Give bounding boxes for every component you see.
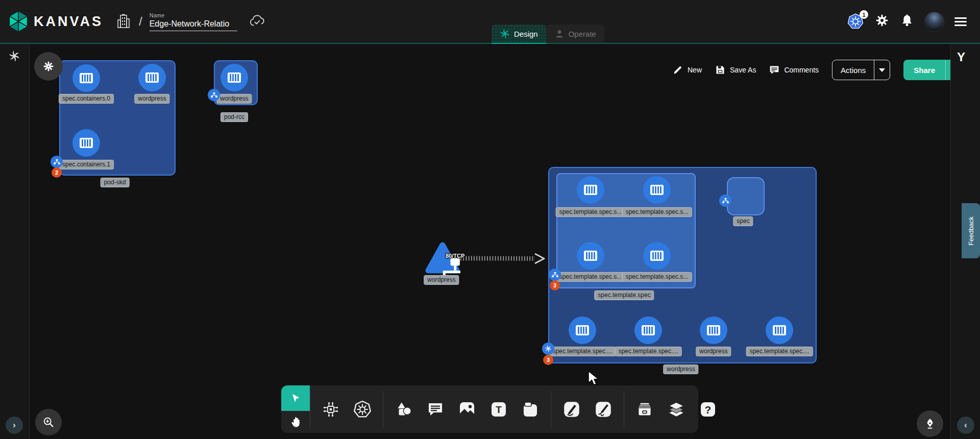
node-spec[interactable] xyxy=(727,177,765,215)
container-icon xyxy=(228,72,241,83)
node-label: spec.template.spec.s... xyxy=(556,272,626,282)
kanvas-logo-icon xyxy=(8,10,29,33)
tool-archive[interactable] xyxy=(635,400,654,419)
feedback-tab[interactable]: Feedback xyxy=(962,203,980,258)
node-deployment-container-0[interactable] xyxy=(569,316,596,344)
container-icon xyxy=(80,138,93,148)
edge-port-label: 80/TCP xyxy=(446,253,464,259)
tool-pan[interactable] xyxy=(281,411,310,433)
node-label: wordpress xyxy=(696,347,731,356)
node-template-container-3[interactable] xyxy=(643,242,671,270)
node-label: spec.containers.1 xyxy=(59,160,114,169)
chip-icon xyxy=(322,400,340,419)
layers-icon xyxy=(667,400,686,419)
node-template-container-2[interactable] xyxy=(577,242,604,270)
tool-freehand-draw[interactable] xyxy=(594,400,613,419)
tool-note[interactable] xyxy=(521,400,540,419)
new-button[interactable]: New xyxy=(673,65,702,75)
user-avatar[interactable] xyxy=(924,12,944,32)
svg-text:?: ? xyxy=(705,404,712,416)
template-relationship-badge[interactable] xyxy=(549,269,561,281)
zoom-button[interactable] xyxy=(35,409,62,435)
spec-relationship-badge[interactable] xyxy=(719,194,731,207)
comments-button[interactable]: Comments xyxy=(769,65,819,75)
tool-image[interactable] xyxy=(457,400,477,419)
node-spec-containers-0[interactable] xyxy=(72,64,100,92)
container-icon xyxy=(773,325,786,335)
tool-components[interactable] xyxy=(321,400,340,419)
template-issue-count-badge[interactable]: 3 xyxy=(550,280,560,290)
note-icon xyxy=(521,400,540,419)
actions-label: Actions xyxy=(832,66,874,75)
pod-relationship-badge[interactable] xyxy=(208,89,220,101)
tool-shapes[interactable] xyxy=(394,400,413,419)
tab-operate[interactable]: Operate xyxy=(546,25,604,44)
container-icon xyxy=(650,251,664,261)
node-deployment-container-3[interactable] xyxy=(766,316,793,344)
meshery-swirl-icon[interactable] xyxy=(9,51,20,62)
node-label: spec.template.spec.s... xyxy=(622,272,692,282)
canvas-settings-button[interactable] xyxy=(34,52,63,81)
node-deployment-container-2[interactable] xyxy=(700,316,727,344)
tool-comment[interactable] xyxy=(426,400,445,419)
node-wordpress-rcc[interactable] xyxy=(220,64,248,91)
node-label: spec xyxy=(733,216,753,226)
deployment-relationship-badge[interactable] xyxy=(542,343,554,355)
y-dock-handle-icon[interactable]: Y xyxy=(957,50,965,64)
tool-layers[interactable] xyxy=(667,400,686,419)
pen-line-icon xyxy=(562,400,581,419)
image-icon xyxy=(458,400,476,419)
asterisk-gear-icon xyxy=(42,60,55,73)
service-node-wordpress[interactable] xyxy=(425,241,460,277)
actions-split-button[interactable]: Actions xyxy=(832,60,890,80)
share-label: Share xyxy=(903,66,945,75)
node-spec-containers-1[interactable] xyxy=(72,129,100,157)
hamburger-menu-icon[interactable] xyxy=(954,17,967,26)
container-icon xyxy=(707,325,720,335)
kanvas-logo[interactable]: KANVAS xyxy=(8,10,103,33)
name-label: Name xyxy=(150,12,237,18)
node-deployment-container-1[interactable] xyxy=(634,316,662,344)
new-label: New xyxy=(688,66,702,74)
container-icon xyxy=(584,185,597,195)
shapes-icon xyxy=(394,400,413,419)
node-label: spec.template.spec.s... xyxy=(556,207,626,217)
validate-pen-button[interactable] xyxy=(917,410,943,437)
tool-text[interactable]: T xyxy=(489,400,508,419)
save-as-button[interactable]: Save As xyxy=(715,65,756,75)
toolbar-group-manage: ? xyxy=(624,400,728,419)
node-template-container-0[interactable] xyxy=(577,176,604,204)
magnifier-plus-icon xyxy=(42,416,55,429)
container-icon xyxy=(576,325,589,335)
tool-help[interactable]: ? xyxy=(698,400,718,419)
design-name-block: Name Edge-Network-Relatio xyxy=(150,12,237,31)
expand-right-panel-button[interactable]: ‹ xyxy=(957,417,974,434)
service-label: wordpress xyxy=(424,275,459,285)
design-name-input[interactable]: Edge-Network-Relatio xyxy=(150,19,237,31)
node-label: spec.template.spec.s... xyxy=(622,207,692,217)
select-pan-cell xyxy=(281,385,310,433)
tab-design[interactable]: Design xyxy=(492,25,546,44)
tool-select[interactable] xyxy=(281,385,310,411)
settings-gear-icon[interactable] xyxy=(874,13,890,30)
pod-issue-count-badge[interactable]: 2 xyxy=(52,167,62,178)
kubernetes-context-button[interactable]: 1 xyxy=(847,13,864,30)
tool-draw-line[interactable] xyxy=(562,400,581,419)
node-wordpress-container[interactable] xyxy=(138,64,166,91)
tool-kubernetes[interactable] xyxy=(353,400,372,419)
organization-icon[interactable] xyxy=(116,14,131,29)
actions-dropdown-caret[interactable] xyxy=(874,60,890,80)
save-icon xyxy=(715,65,725,75)
kubernetes-wheel-icon xyxy=(353,400,372,419)
logo-text: KANVAS xyxy=(34,14,103,30)
pod-relationship-badge[interactable] xyxy=(51,156,63,168)
notifications-bell-icon[interactable] xyxy=(900,13,914,30)
expand-left-panel-button[interactable]: › xyxy=(6,417,23,434)
container-icon xyxy=(584,251,597,261)
node-label: spec.template.spec.... xyxy=(549,347,616,356)
cursor-icon xyxy=(289,392,302,404)
deployment-issue-count-badge[interactable]: 3 xyxy=(543,355,553,365)
node-label: spec.template.spec.... xyxy=(615,347,682,356)
node-template-container-1[interactable] xyxy=(643,176,671,204)
header-right-icons: 1 xyxy=(847,12,967,32)
